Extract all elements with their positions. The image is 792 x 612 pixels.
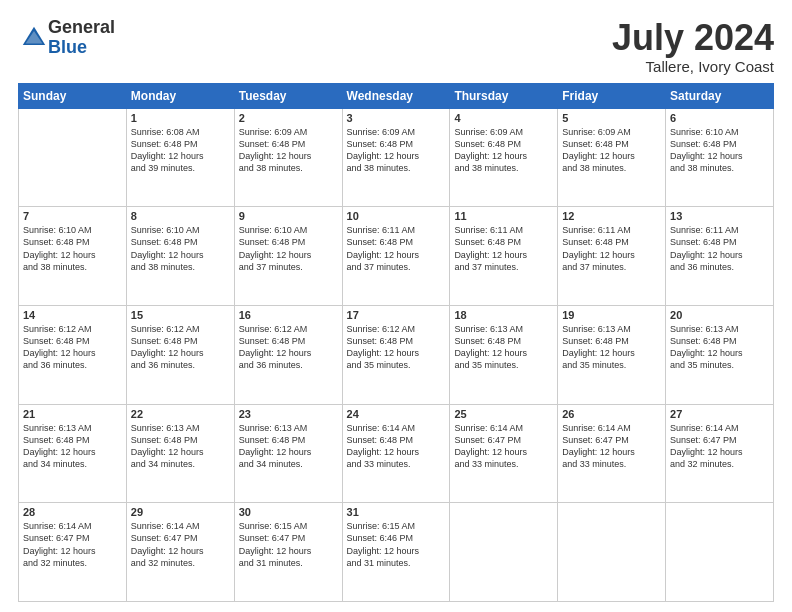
day-number: 12 [562,210,661,222]
day-number: 23 [239,408,338,420]
cell-info: Sunrise: 6:15 AM Sunset: 6:46 PM Dayligh… [347,520,446,569]
day-number: 2 [239,112,338,124]
cell-info: Sunrise: 6:11 AM Sunset: 6:48 PM Dayligh… [670,224,769,273]
table-row: 5Sunrise: 6:09 AM Sunset: 6:48 PM Daylig… [558,108,666,207]
table-row: 9Sunrise: 6:10 AM Sunset: 6:48 PM Daylig… [234,207,342,306]
cell-info: Sunrise: 6:09 AM Sunset: 6:48 PM Dayligh… [454,126,553,175]
day-number: 8 [131,210,230,222]
table-row: 23Sunrise: 6:13 AM Sunset: 6:48 PM Dayli… [234,404,342,503]
day-number: 7 [23,210,122,222]
table-row: 27Sunrise: 6:14 AM Sunset: 6:47 PM Dayli… [666,404,774,503]
cell-info: Sunrise: 6:11 AM Sunset: 6:48 PM Dayligh… [347,224,446,273]
calendar-row: 14Sunrise: 6:12 AM Sunset: 6:48 PM Dayli… [19,305,774,404]
cell-info: Sunrise: 6:13 AM Sunset: 6:48 PM Dayligh… [670,323,769,372]
day-number: 16 [239,309,338,321]
table-row: 7Sunrise: 6:10 AM Sunset: 6:48 PM Daylig… [19,207,127,306]
day-number: 22 [131,408,230,420]
table-row [450,503,558,602]
calendar-header-row: Sunday Monday Tuesday Wednesday Thursday… [19,83,774,108]
table-row: 25Sunrise: 6:14 AM Sunset: 6:47 PM Dayli… [450,404,558,503]
day-number: 11 [454,210,553,222]
day-number: 29 [131,506,230,518]
page: General Blue July 2024 Tallere, Ivory Co… [0,0,792,612]
day-number: 28 [23,506,122,518]
calendar-row: 21Sunrise: 6:13 AM Sunset: 6:48 PM Dayli… [19,404,774,503]
calendar-row: 1Sunrise: 6:08 AM Sunset: 6:48 PM Daylig… [19,108,774,207]
logo-icon [20,24,48,52]
day-number: 24 [347,408,446,420]
col-sunday: Sunday [19,83,127,108]
cell-info: Sunrise: 6:10 AM Sunset: 6:48 PM Dayligh… [670,126,769,175]
cell-info: Sunrise: 6:12 AM Sunset: 6:48 PM Dayligh… [347,323,446,372]
cell-info: Sunrise: 6:09 AM Sunset: 6:48 PM Dayligh… [562,126,661,175]
col-friday: Friday [558,83,666,108]
cell-info: Sunrise: 6:12 AM Sunset: 6:48 PM Dayligh… [23,323,122,372]
header: General Blue July 2024 Tallere, Ivory Co… [18,18,774,75]
day-number: 15 [131,309,230,321]
day-number: 26 [562,408,661,420]
table-row: 17Sunrise: 6:12 AM Sunset: 6:48 PM Dayli… [342,305,450,404]
cell-info: Sunrise: 6:09 AM Sunset: 6:48 PM Dayligh… [239,126,338,175]
table-row: 24Sunrise: 6:14 AM Sunset: 6:48 PM Dayli… [342,404,450,503]
cell-info: Sunrise: 6:11 AM Sunset: 6:48 PM Dayligh… [562,224,661,273]
table-row: 12Sunrise: 6:11 AM Sunset: 6:48 PM Dayli… [558,207,666,306]
logo: General Blue [18,18,115,58]
cell-info: Sunrise: 6:13 AM Sunset: 6:48 PM Dayligh… [131,422,230,471]
title-block: July 2024 Tallere, Ivory Coast [612,18,774,75]
day-number: 13 [670,210,769,222]
table-row: 14Sunrise: 6:12 AM Sunset: 6:48 PM Dayli… [19,305,127,404]
cell-info: Sunrise: 6:10 AM Sunset: 6:48 PM Dayligh… [131,224,230,273]
title-location: Tallere, Ivory Coast [612,58,774,75]
table-row: 13Sunrise: 6:11 AM Sunset: 6:48 PM Dayli… [666,207,774,306]
day-number: 18 [454,309,553,321]
col-saturday: Saturday [666,83,774,108]
col-tuesday: Tuesday [234,83,342,108]
cell-info: Sunrise: 6:10 AM Sunset: 6:48 PM Dayligh… [23,224,122,273]
cell-info: Sunrise: 6:10 AM Sunset: 6:48 PM Dayligh… [239,224,338,273]
table-row [558,503,666,602]
col-wednesday: Wednesday [342,83,450,108]
table-row: 29Sunrise: 6:14 AM Sunset: 6:47 PM Dayli… [126,503,234,602]
cell-info: Sunrise: 6:12 AM Sunset: 6:48 PM Dayligh… [239,323,338,372]
calendar-row: 7Sunrise: 6:10 AM Sunset: 6:48 PM Daylig… [19,207,774,306]
cell-info: Sunrise: 6:15 AM Sunset: 6:47 PM Dayligh… [239,520,338,569]
calendar-table: Sunday Monday Tuesday Wednesday Thursday… [18,83,774,602]
day-number: 21 [23,408,122,420]
cell-info: Sunrise: 6:14 AM Sunset: 6:47 PM Dayligh… [454,422,553,471]
table-row: 2Sunrise: 6:09 AM Sunset: 6:48 PM Daylig… [234,108,342,207]
cell-info: Sunrise: 6:13 AM Sunset: 6:48 PM Dayligh… [562,323,661,372]
table-row: 26Sunrise: 6:14 AM Sunset: 6:47 PM Dayli… [558,404,666,503]
cell-info: Sunrise: 6:14 AM Sunset: 6:47 PM Dayligh… [23,520,122,569]
day-number: 20 [670,309,769,321]
day-number: 27 [670,408,769,420]
table-row: 31Sunrise: 6:15 AM Sunset: 6:46 PM Dayli… [342,503,450,602]
table-row: 28Sunrise: 6:14 AM Sunset: 6:47 PM Dayli… [19,503,127,602]
table-row: 11Sunrise: 6:11 AM Sunset: 6:48 PM Dayli… [450,207,558,306]
cell-info: Sunrise: 6:08 AM Sunset: 6:48 PM Dayligh… [131,126,230,175]
day-number: 30 [239,506,338,518]
day-number: 5 [562,112,661,124]
table-row: 20Sunrise: 6:13 AM Sunset: 6:48 PM Dayli… [666,305,774,404]
table-row: 16Sunrise: 6:12 AM Sunset: 6:48 PM Dayli… [234,305,342,404]
logo-blue: Blue [48,38,115,58]
table-row: 10Sunrise: 6:11 AM Sunset: 6:48 PM Dayli… [342,207,450,306]
table-row: 3Sunrise: 6:09 AM Sunset: 6:48 PM Daylig… [342,108,450,207]
day-number: 3 [347,112,446,124]
table-row: 30Sunrise: 6:15 AM Sunset: 6:47 PM Dayli… [234,503,342,602]
title-month: July 2024 [612,18,774,58]
col-thursday: Thursday [450,83,558,108]
table-row [666,503,774,602]
table-row: 6Sunrise: 6:10 AM Sunset: 6:48 PM Daylig… [666,108,774,207]
cell-info: Sunrise: 6:14 AM Sunset: 6:48 PM Dayligh… [347,422,446,471]
cell-info: Sunrise: 6:13 AM Sunset: 6:48 PM Dayligh… [239,422,338,471]
table-row: 18Sunrise: 6:13 AM Sunset: 6:48 PM Dayli… [450,305,558,404]
day-number: 4 [454,112,553,124]
table-row [19,108,127,207]
table-row: 22Sunrise: 6:13 AM Sunset: 6:48 PM Dayli… [126,404,234,503]
cell-info: Sunrise: 6:14 AM Sunset: 6:47 PM Dayligh… [670,422,769,471]
table-row: 19Sunrise: 6:13 AM Sunset: 6:48 PM Dayli… [558,305,666,404]
day-number: 1 [131,112,230,124]
table-row: 4Sunrise: 6:09 AM Sunset: 6:48 PM Daylig… [450,108,558,207]
cell-info: Sunrise: 6:09 AM Sunset: 6:48 PM Dayligh… [347,126,446,175]
table-row: 8Sunrise: 6:10 AM Sunset: 6:48 PM Daylig… [126,207,234,306]
